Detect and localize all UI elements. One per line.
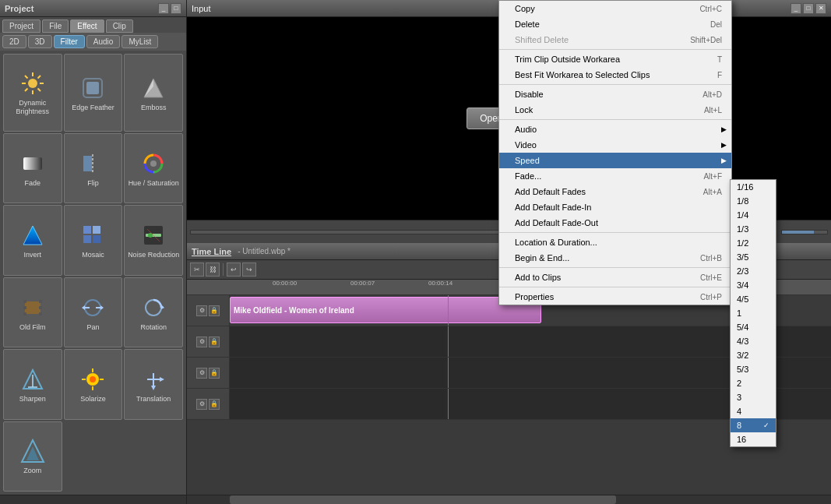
track-2-settings[interactable]: ⚙ bbox=[196, 337, 207, 347]
solarize-icon bbox=[79, 365, 107, 393]
emboss-icon bbox=[139, 74, 167, 102]
svg-line-5 bbox=[25, 76, 28, 79]
svg-marker-19 bbox=[23, 226, 42, 245]
timeline-scrollbar[interactable] bbox=[187, 495, 831, 504]
timeline-controls: ✂ ⛓ ↩ ↪ bbox=[187, 260, 831, 280]
ruler-marks: 00:00:00 00:00:07 00:00:14 00:00:21 bbox=[273, 280, 831, 294]
track-4-controls: ⚙ 🔒 bbox=[187, 389, 230, 419]
effect-rotation[interactable]: Rotation bbox=[124, 277, 183, 347]
svg-marker-39 bbox=[100, 305, 104, 310]
track-4-lock[interactable]: 🔒 bbox=[209, 399, 220, 410]
translation-icon bbox=[139, 365, 167, 393]
hue-saturation-label: Hue / Saturation bbox=[129, 179, 179, 188]
dynamic-brightness-label: Dynamic Brightness bbox=[5, 99, 60, 116]
project-title: Project bbox=[5, 4, 33, 13]
track-row-3: ⚙ 🔒 bbox=[187, 358, 831, 389]
track-row-1: ⚙ 🔒 Mike Oldfield - Women of Ireland bbox=[187, 295, 831, 326]
open-video-button[interactable]: Open video ... bbox=[467, 107, 551, 129]
out-point-btn[interactable]: |▶ bbox=[641, 225, 655, 239]
filter-row: 2D 3D Filter Audio MyList bbox=[0, 33, 186, 51]
filter-audio[interactable]: Audio bbox=[86, 35, 121, 48]
minimize-btn[interactable]: _ bbox=[158, 3, 169, 14]
tl-redo-btn[interactable]: ↪ bbox=[242, 263, 256, 277]
effect-translation[interactable]: Translation bbox=[124, 349, 183, 419]
tab-clip[interactable]: Clip bbox=[106, 19, 133, 33]
pan-icon bbox=[79, 294, 107, 322]
clip-block-1[interactable]: Mike Oldfield - Women of Ireland bbox=[230, 297, 541, 323]
svg-rect-34 bbox=[39, 312, 42, 315]
maximize-btn[interactable]: □ bbox=[171, 3, 181, 14]
tab-file[interactable]: File bbox=[42, 19, 69, 33]
filter-filter[interactable]: Filter bbox=[54, 35, 85, 48]
track-3-lock[interactable]: 🔒 bbox=[209, 368, 220, 379]
filter-mylist[interactable]: MyList bbox=[121, 35, 158, 48]
flip-label: Flip bbox=[87, 179, 99, 188]
tab-effect[interactable]: Effect bbox=[70, 19, 104, 33]
track-2-lock[interactable]: 🔒 bbox=[209, 337, 220, 347]
timeline-subtitle: - Untitled.wbp * bbox=[238, 247, 290, 256]
input-minimize[interactable]: _ bbox=[791, 3, 801, 14]
left-scrollbar[interactable] bbox=[0, 495, 186, 504]
svg-rect-31 bbox=[23, 312, 26, 315]
solarize-label: Solarize bbox=[80, 395, 106, 404]
input-maximize[interactable]: □ bbox=[803, 3, 814, 14]
track-1-settings[interactable]: ⚙ bbox=[196, 305, 207, 316]
track-1-area[interactable]: Mike Oldfield - Women of Ireland bbox=[230, 295, 831, 326]
effect-fade[interactable]: Fade bbox=[3, 133, 62, 203]
pan-label: Pan bbox=[86, 323, 99, 332]
svg-line-7 bbox=[37, 76, 40, 79]
track-1-lock[interactable]: 🔒 bbox=[209, 305, 220, 316]
effect-zoom[interactable]: Zoom bbox=[3, 421, 62, 492]
track-4-area[interactable] bbox=[230, 389, 831, 419]
input-header-icons: _ □ ✕ bbox=[791, 3, 826, 14]
track-4-settings[interactable]: ⚙ bbox=[196, 399, 207, 410]
invert-icon bbox=[19, 221, 47, 249]
effect-edge-feather[interactable]: Edge Feather bbox=[64, 54, 123, 132]
playhead-4 bbox=[448, 389, 449, 419]
tl-undo-btn[interactable]: ↩ bbox=[227, 263, 241, 277]
flip-icon bbox=[79, 150, 107, 178]
tl-link-btn[interactable]: ⛓ bbox=[206, 263, 220, 277]
tab-row: Project File Effect Clip bbox=[0, 17, 186, 33]
noise-reduction-label: Noise Reduction bbox=[128, 251, 179, 259]
prev-frame-btn[interactable]: ◀◀ bbox=[510, 225, 524, 239]
effect-noise-reduction[interactable]: Noise Reduction bbox=[124, 205, 183, 275]
to-end-btn[interactable]: ▶| bbox=[608, 225, 622, 239]
rotation-icon bbox=[139, 294, 167, 322]
effect-emboss[interactable]: Emboss bbox=[124, 54, 183, 132]
input-close[interactable]: ✕ bbox=[815, 3, 826, 14]
play-btn[interactable]: ▶ bbox=[559, 225, 573, 239]
svg-rect-10 bbox=[86, 82, 99, 94]
tab-project[interactable]: Project bbox=[2, 19, 40, 33]
scissors-btn[interactable]: ✂ bbox=[657, 225, 671, 239]
next-frame-btn[interactable]: ▶▶ bbox=[576, 225, 590, 239]
svg-marker-54 bbox=[151, 386, 156, 390]
sharpen-icon bbox=[19, 365, 47, 393]
effect-invert[interactable]: Invert bbox=[3, 205, 62, 275]
to-start-btn[interactable]: |◀ bbox=[592, 225, 606, 239]
effect-mosaic[interactable]: Mosaic bbox=[64, 205, 123, 275]
filter-2d[interactable]: 2D bbox=[2, 35, 26, 48]
effects-grid: Dynamic Brightness Edge Feather Emboss bbox=[0, 51, 186, 495]
track-3-settings[interactable]: ⚙ bbox=[196, 368, 207, 379]
mosaic-label: Mosaic bbox=[82, 251, 104, 259]
track-2-area[interactable] bbox=[230, 326, 831, 357]
timeline-ruler: 00:00:00 00:00:07 00:00:14 00:00:21 bbox=[187, 280, 831, 295]
ruler-mark-0: 00:00:00 bbox=[273, 280, 297, 287]
effect-pan[interactable]: Pan bbox=[64, 277, 123, 347]
effect-dynamic-brightness[interactable]: Dynamic Brightness bbox=[3, 54, 62, 132]
input-title: Input bbox=[192, 4, 210, 13]
back-btn[interactable]: ◀ bbox=[526, 225, 541, 239]
effect-solarize[interactable]: Solarize bbox=[64, 349, 123, 419]
loop-btn[interactable]: ↺ bbox=[674, 225, 688, 239]
in-point-btn[interactable]: ◀| bbox=[625, 225, 639, 239]
effect-flip[interactable]: Flip bbox=[64, 133, 123, 203]
effect-old-film[interactable]: Old Film bbox=[3, 277, 62, 347]
effect-hue-saturation[interactable]: Hue / Saturation bbox=[124, 133, 183, 203]
filter-3d[interactable]: 3D bbox=[28, 35, 52, 48]
effect-sharpen[interactable]: Sharpen bbox=[3, 349, 62, 419]
tl-cut-btn[interactable]: ✂ bbox=[190, 263, 204, 277]
stop-btn[interactable]: ■ bbox=[543, 225, 557, 239]
svg-rect-20 bbox=[83, 226, 91, 234]
track-3-area[interactable] bbox=[230, 358, 831, 388]
